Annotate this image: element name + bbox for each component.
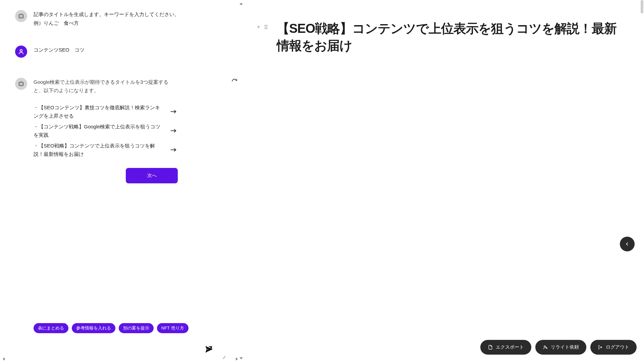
rewrite-button[interactable]: リライト依頼 bbox=[535, 340, 586, 355]
scroll-up-icon bbox=[239, 3, 243, 5]
document-title[interactable]: 【SEO戦略】コンテンツで上位表示を狙うコツを解説！最新情報をお届け bbox=[277, 20, 624, 55]
svg-point-14 bbox=[544, 346, 545, 347]
chip-other-ideas[interactable]: 別の案を提示 bbox=[119, 323, 154, 333]
send-icon bbox=[205, 345, 213, 353]
export-button[interactable]: エクスポート bbox=[480, 340, 531, 355]
chip-add-reference[interactable]: 参考情報を入れる bbox=[72, 323, 115, 333]
drag-handle[interactable] bbox=[265, 25, 267, 29]
logout-icon bbox=[598, 345, 603, 350]
scrollbar-thumb[interactable] bbox=[641, 0, 643, 13]
chevron-left-icon bbox=[625, 242, 630, 246]
arrow-right-icon bbox=[170, 128, 177, 134]
grip-icon bbox=[265, 25, 267, 29]
export-label: エクスポート bbox=[496, 344, 524, 350]
bot-message-1: 記事のタイトルを生成します。キーワードを入力してください。 例）りんご 食べ方 bbox=[34, 10, 223, 27]
logout-label: ログアウト bbox=[606, 344, 629, 350]
next-button[interactable]: 次へ bbox=[126, 168, 178, 183]
rewrite-label: リライト依頼 bbox=[551, 344, 579, 350]
use-suggestion-3-button[interactable] bbox=[169, 145, 178, 154]
svg-rect-0 bbox=[19, 14, 23, 18]
chip-summarize-table[interactable]: 表にまとめる bbox=[34, 323, 68, 333]
suggestion-2-text: ・【コンテンツ戦略】Google検索で上位表示を狙うコツを実践 bbox=[34, 122, 164, 139]
bot2-intro: Google検索で上位表示が期待できるタイトルを3つ提案すると、以下のようになり… bbox=[34, 78, 174, 95]
bot-avatar bbox=[15, 78, 27, 90]
arrow-right-icon bbox=[170, 109, 177, 115]
suggestion-3-text: ・【SEO戦略】コンテンツで上位表示を狙うコツを解説！最新情報をお届け bbox=[34, 141, 164, 159]
file-icon bbox=[488, 345, 493, 350]
bot1-text1: 記事のタイトルを生成します。キーワードを入力してください。 bbox=[34, 10, 223, 19]
svg-point-10 bbox=[21, 81, 21, 81]
regenerate-button[interactable] bbox=[231, 78, 238, 85]
svg-point-7 bbox=[20, 83, 20, 84]
user-avatar bbox=[15, 46, 27, 58]
suggestion-3: ・【SEO戦略】コンテンツで上位表示を狙うコツを解説！最新情報をお届け bbox=[34, 141, 178, 159]
svg-point-5 bbox=[20, 50, 22, 52]
svg-rect-6 bbox=[19, 82, 23, 85]
collapse-panel-button[interactable] bbox=[620, 237, 635, 251]
logout-button[interactable]: ログアウト bbox=[590, 340, 637, 355]
scroll-right-icon bbox=[236, 357, 238, 361]
use-suggestion-1-button[interactable] bbox=[169, 107, 178, 116]
send-button[interactable] bbox=[204, 344, 214, 355]
refresh-icon bbox=[231, 78, 237, 84]
suggestion-2: ・【コンテンツ戦略】Google検索で上位表示を狙うコツを実践 bbox=[34, 122, 178, 139]
bot1-text2: 例）りんご 食べ方 bbox=[34, 19, 223, 27]
scrollbar[interactable] bbox=[641, 0, 643, 362]
scroll-left-icon bbox=[3, 357, 5, 361]
svg-point-1 bbox=[20, 16, 20, 16]
use-suggestion-2-button[interactable] bbox=[169, 126, 178, 135]
suggestion-1-text: ・【SEOコンテンツ】裏技コツを徹底解説！検索ランキングを上昇させる bbox=[34, 103, 164, 120]
suggestion-1: ・【SEOコンテンツ】裏技コツを徹底解説！検索ランキングを上昇させる bbox=[34, 103, 178, 120]
user-message-1: コンテンツSEO コツ bbox=[34, 46, 223, 54]
svg-point-4 bbox=[21, 13, 21, 13]
resize-grip-icon[interactable]: ⁄⁄ bbox=[224, 355, 225, 360]
person-edit-icon bbox=[543, 345, 548, 350]
arrow-right-icon bbox=[170, 147, 177, 153]
quick-chips: 表にまとめる 参考情報を入れる 別の案を提示 NFT 売り方 bbox=[0, 323, 243, 335]
bot-message-2: Google検索で上位表示が期待できるタイトルを3つ提案すると、以下のようになり… bbox=[34, 78, 223, 183]
user1-text: コンテンツSEO コツ bbox=[34, 46, 223, 54]
chip-nft[interactable]: NFT 売り方 bbox=[157, 323, 189, 333]
pane-splitter[interactable] bbox=[239, 0, 243, 362]
scroll-down-icon bbox=[239, 357, 243, 359]
composer[interactable]: ⁄⁄ bbox=[34, 339, 216, 359]
svg-point-8 bbox=[22, 83, 22, 84]
svg-point-2 bbox=[22, 16, 22, 16]
bot-avatar bbox=[15, 10, 27, 22]
add-block-button[interactable]: ＋ bbox=[256, 23, 261, 31]
